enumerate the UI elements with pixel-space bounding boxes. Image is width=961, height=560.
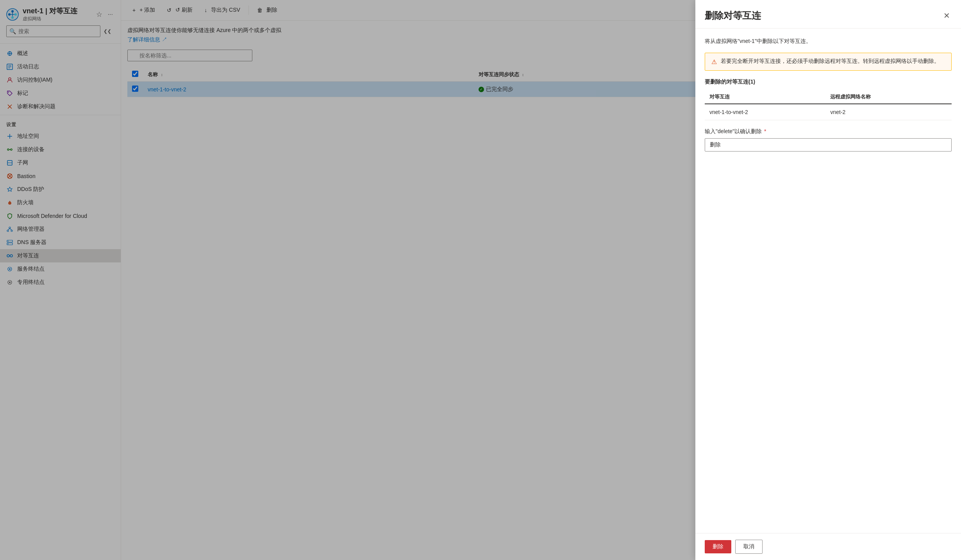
delete-row-peering: vnet-1-to-vnet-2 bbox=[705, 104, 825, 120]
modal-delete-button[interactable]: 删除 bbox=[705, 540, 731, 553]
delete-col-remote-vnet: 远程虚拟网络名称 bbox=[825, 90, 952, 104]
warning-text: 若要完全断开对等互连接，还必须手动删除远程对等互连。转到远程虚拟网络以手动删除。 bbox=[721, 58, 940, 65]
modal-title: 删除对等互连 bbox=[705, 9, 761, 22]
modal-footer: 删除 取消 bbox=[695, 533, 961, 560]
warning-box: ⚠ 若要完全断开对等互连接，还必须手动删除远程对等互连。转到远程虚拟网络以手动删… bbox=[705, 53, 952, 71]
delete-table-row: vnet-1-to-vnet-2 vnet-2 bbox=[705, 104, 952, 120]
modal-close-button[interactable]: ✕ bbox=[942, 9, 952, 22]
delete-col-peering: 对等互连 bbox=[705, 90, 825, 104]
modal-body: 将从虚拟网络"vnet-1"中删除以下对等互连。 ⚠ 若要完全断开对等互连接，还… bbox=[695, 29, 961, 533]
modal-description: 将从虚拟网络"vnet-1"中删除以下对等互连。 bbox=[705, 38, 952, 45]
delete-section-title: 要删除的对等互连(1) bbox=[705, 78, 952, 86]
warning-icon: ⚠ bbox=[711, 58, 717, 66]
confirm-delete-input[interactable] bbox=[705, 138, 952, 152]
delete-table: 对等互连 远程虚拟网络名称 vnet-1-to-vnet-2 vnet-2 bbox=[705, 90, 952, 120]
delete-modal-panel: 删除对等互连 ✕ 将从虚拟网络"vnet-1"中删除以下对等互连。 ⚠ 若要完全… bbox=[695, 0, 961, 560]
confirm-label: 输入"delete"以确认删除 * bbox=[705, 128, 952, 135]
delete-row-remote-vnet: vnet-2 bbox=[825, 104, 952, 120]
confirm-section: 输入"delete"以确认删除 * bbox=[705, 128, 952, 152]
modal-overlay: 删除对等互连 ✕ 将从虚拟网络"vnet-1"中删除以下对等互连。 ⚠ 若要完全… bbox=[0, 0, 961, 560]
modal-header: 删除对等互连 ✕ bbox=[695, 0, 961, 29]
delete-table-section: 要删除的对等互连(1) 对等互连 远程虚拟网络名称 vnet-1-to-vnet… bbox=[705, 78, 952, 120]
required-asterisk: * bbox=[764, 128, 766, 134]
modal-cancel-button[interactable]: 取消 bbox=[735, 540, 763, 554]
